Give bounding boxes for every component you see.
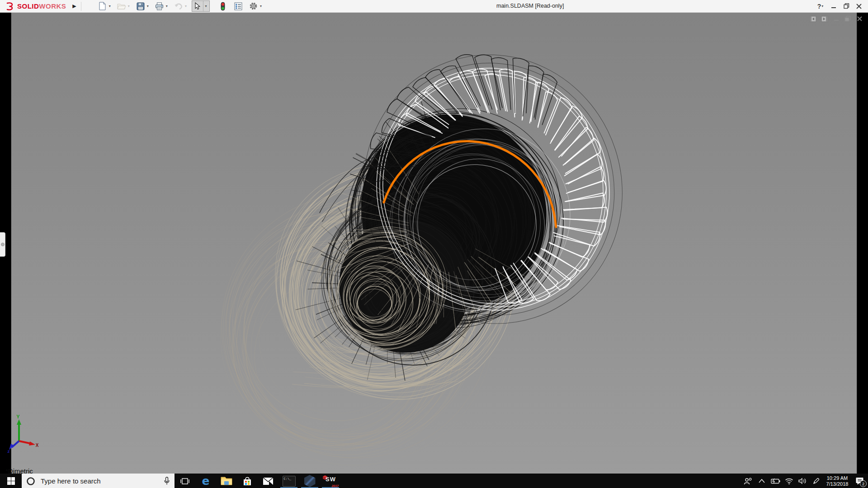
brand-light: WORKS	[39, 2, 66, 10]
window-controls: ?▾	[815, 0, 865, 12]
child-window-controls	[805, 15, 863, 22]
taskbar-item-edge[interactable]: e	[195, 474, 216, 488]
taskbar-item-terminal[interactable]: C:\_	[278, 474, 299, 488]
action-center-button[interactable]: 2	[852, 474, 867, 488]
help-dropdown-icon: ▾	[821, 4, 823, 8]
toolbar-separator	[81, 2, 81, 11]
taskbar-item-store[interactable]	[237, 474, 258, 488]
child-minimize-button[interactable]	[832, 15, 840, 22]
select-cursor-icon	[194, 2, 201, 10]
task-view-icon	[180, 477, 189, 485]
select-dropdown-icon: ▾	[205, 4, 207, 8]
orientation-triad: Y X Z	[6, 413, 39, 455]
minimize-icon	[831, 4, 836, 9]
task-view-button[interactable]	[175, 474, 195, 488]
app-titlebar: SOLIDWORKS ▶ ▾ ▾	[0, 0, 868, 13]
people-tray-button[interactable]	[741, 474, 755, 488]
dock-pane-right-button[interactable]	[821, 15, 828, 22]
solidworks-2017-icon: SW 2017	[322, 475, 339, 488]
gear-icon	[249, 2, 258, 10]
options-dropdown-icon[interactable]: ▾	[260, 4, 262, 8]
terminal-prompt: C:\_	[283, 476, 292, 481]
splitter-grip-icon	[1, 243, 5, 246]
hexagon-app-icon	[304, 475, 316, 487]
pen-icon	[812, 478, 820, 485]
microphone-icon[interactable]	[164, 477, 170, 485]
minimize-button[interactable]	[827, 0, 840, 12]
taskbar: e C:\_	[0, 474, 868, 488]
child-restore-button[interactable]	[844, 15, 852, 22]
taskbar-item-mail[interactable]	[258, 474, 278, 488]
notification-badge: 2	[860, 480, 867, 487]
options-button[interactable]	[248, 0, 259, 12]
undo-arrow-icon	[174, 3, 183, 10]
close-icon	[856, 4, 862, 9]
select-tool-dropdown[interactable]: ▾	[203, 1, 209, 11]
battery-charging-icon	[770, 478, 780, 484]
undo-button[interactable]	[173, 0, 184, 12]
view-orientation-label: *Dimetric	[5, 467, 33, 474]
chevron-up-icon	[759, 479, 765, 483]
new-document-icon	[99, 2, 106, 10]
speaker-icon	[798, 478, 807, 484]
menu-flyout-arrow-icon[interactable]: ▶	[72, 3, 76, 9]
new-document-dropdown-icon[interactable]: ▾	[109, 4, 111, 8]
open-folder-icon	[117, 3, 126, 10]
open-document-dropdown-icon[interactable]: ▾	[128, 4, 130, 8]
triad-x-label: X	[36, 443, 39, 448]
brand-bold: SOLID	[17, 2, 39, 10]
edge-icon: e	[202, 475, 210, 487]
undo-dropdown-icon[interactable]: ▾	[185, 4, 187, 8]
store-icon	[242, 476, 252, 486]
wifi-icon	[785, 478, 793, 484]
sw-year: 2017	[331, 484, 339, 488]
properties-list-icon	[234, 2, 242, 10]
save-dropdown-icon[interactable]: ▾	[147, 4, 149, 8]
taskbar-search[interactable]	[22, 474, 175, 488]
help-icon: ?	[817, 3, 821, 10]
select-tool-button[interactable]	[192, 1, 203, 11]
print-dropdown-icon[interactable]: ▾	[166, 4, 168, 8]
solidworks-logo-icon	[5, 2, 16, 11]
properties-button[interactable]	[232, 0, 244, 12]
windows-logo-icon	[7, 477, 15, 485]
network-tray-button[interactable]	[782, 474, 796, 488]
assembly-wireframe[interactable]	[0, 13, 868, 474]
taskbar-item-hex-app[interactable]	[299, 474, 320, 488]
mail-icon	[263, 477, 274, 485]
search-input[interactable]	[40, 477, 159, 485]
taskbar-item-solidworks[interactable]: SW 2017	[320, 474, 341, 488]
triad-z-label: Z	[8, 450, 10, 453]
feature-pane-splitter-tab[interactable]	[0, 232, 5, 257]
dock-pane-left-button[interactable]	[809, 15, 816, 22]
child-close-button[interactable]	[856, 15, 863, 22]
graphics-viewport[interactable]: Y X Z *Dimetric	[0, 13, 868, 474]
battery-tray-button[interactable]	[769, 474, 782, 488]
volume-tray-button[interactable]	[796, 474, 809, 488]
help-button[interactable]: ?▾	[815, 0, 827, 12]
pen-tray-button[interactable]	[809, 474, 823, 488]
print-button[interactable]	[154, 0, 165, 12]
stoplight-icon	[221, 2, 225, 11]
tray-overflow-button[interactable]	[755, 474, 769, 488]
cortana-icon	[26, 477, 35, 486]
taskbar-clock[interactable]: 10:29 AM 7/13/2018	[823, 475, 852, 487]
restore-icon	[844, 3, 849, 9]
save-floppy-icon	[137, 2, 145, 10]
restore-button[interactable]	[840, 0, 853, 12]
save-button[interactable]	[135, 0, 146, 12]
clock-date: 7/13/2018	[823, 481, 852, 487]
standard-toolbar: ▾ ▾ ▾	[97, 0, 263, 12]
brand-text: SOLIDWORKS	[17, 2, 66, 10]
start-button[interactable]	[0, 474, 22, 488]
people-icon	[744, 478, 753, 485]
clock-time: 10:29 AM	[823, 475, 852, 481]
sw-letters: SW	[326, 476, 336, 483]
rebuild-stoplight-button[interactable]	[217, 0, 229, 12]
file-explorer-icon	[221, 476, 232, 486]
taskbar-item-file-explorer[interactable]	[216, 474, 237, 488]
open-document-button[interactable]	[116, 0, 127, 12]
close-button[interactable]	[853, 0, 865, 12]
printer-icon	[155, 2, 164, 10]
new-document-button[interactable]	[97, 0, 108, 12]
